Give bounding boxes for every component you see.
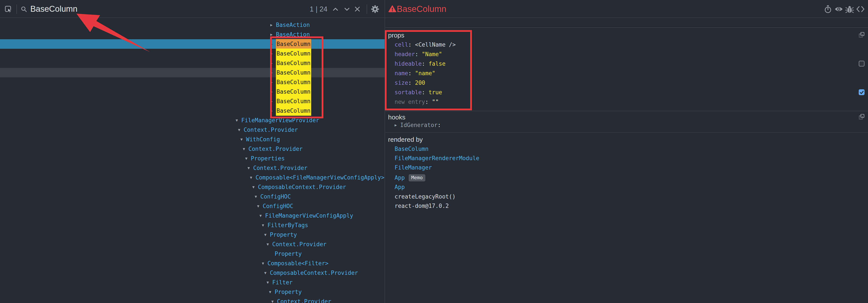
tree-row[interactable]: ▾FileManagerViewConfigApply <box>0 211 384 220</box>
owner-link[interactable]: BaseColumn <box>395 146 429 152</box>
tree-row[interactable]: ▾Filter <box>0 278 384 287</box>
chevron-expanded-icon[interactable]: ▾ <box>269 289 275 295</box>
component-name[interactable]: BaseAction <box>276 31 310 38</box>
component-name[interactable]: FileManagerViewConfigApply <box>265 212 353 219</box>
chevron-expanded-icon[interactable]: ▾ <box>238 127 244 132</box>
chevron-expanded-icon[interactable]: ▾ <box>259 213 265 218</box>
chevron-collapsed-icon[interactable]: ▸ <box>270 22 276 28</box>
tree-row[interactable]: ▾Composable<FileManagerViewConfigApply> <box>0 173 384 182</box>
component-name[interactable]: Property <box>275 250 302 257</box>
tree-row[interactable]: ▸BaseColumn <box>0 96 384 106</box>
tree-row[interactable]: ▾Properties <box>0 154 384 163</box>
component-name[interactable]: ComposableContext.Provider <box>270 270 358 276</box>
tree-row[interactable]: ▾Property <box>0 230 384 240</box>
prop-value[interactable]: 200 <box>415 80 425 86</box>
component-name[interactable]: BaseColumn <box>276 77 311 87</box>
chevron-expanded-icon[interactable]: ▾ <box>264 270 270 275</box>
copy-hooks-icon[interactable] <box>859 114 865 120</box>
component-name[interactable]: BaseColumn <box>276 68 311 78</box>
component-name[interactable]: FilterByTags <box>268 222 308 229</box>
component-name[interactable]: BaseColumn <box>276 87 311 97</box>
owner-link[interactable]: App <box>395 184 405 190</box>
prop-value[interactable]: true <box>429 89 442 96</box>
tree-row[interactable]: ▸BaseColumn <box>0 49 384 58</box>
chevron-expanded-icon[interactable]: ▾ <box>262 261 268 266</box>
copy-props-icon[interactable] <box>859 32 865 38</box>
owner-link[interactable]: FileManager <box>395 164 432 171</box>
tree-row[interactable]: ▾ComposableContext.Provider <box>0 268 384 278</box>
component-name[interactable]: FileManagerViewProvider <box>241 117 319 124</box>
tree-row[interactable]: ▸BaseColumn <box>0 39 384 49</box>
tree-row[interactable]: ▾Context.Provider <box>0 297 384 303</box>
tree-row[interactable]: ▾Composable<Filter> <box>0 259 384 268</box>
chevron-collapsed-icon[interactable]: ▸ <box>270 32 276 37</box>
prop-value[interactable]: "" <box>432 99 439 105</box>
tree-row[interactable]: ▸BaseAction <box>0 20 384 30</box>
chevron-collapsed-icon[interactable]: ▸ <box>270 51 276 56</box>
component-name[interactable]: ConfigHOC <box>260 193 291 200</box>
inspect-element-icon[interactable] <box>5 6 12 13</box>
owner-link[interactable]: App <box>395 175 405 181</box>
tree-row[interactable]: ▾ComposableContext.Provider <box>0 182 384 192</box>
chevron-expanded-icon[interactable]: ▾ <box>267 242 272 247</box>
component-name[interactable]: Property <box>275 289 302 295</box>
tree-row[interactable]: ▾FilterByTags <box>0 220 384 230</box>
component-name[interactable]: ConfigHOC <box>263 203 293 209</box>
component-name[interactable]: Properties <box>251 155 285 162</box>
tree-row[interactable]: ▸BaseColumn <box>0 78 384 87</box>
tree-row[interactable]: ▾ConfigHOC <box>0 201 384 211</box>
clear-search-icon[interactable] <box>354 6 360 12</box>
component-name[interactable]: Composable<Filter> <box>268 260 329 267</box>
tree-row[interactable]: ▾Context.Provider <box>0 240 384 249</box>
chevron-expanded-icon[interactable]: ▾ <box>243 146 248 152</box>
component-name[interactable]: Context.Provider <box>277 298 331 303</box>
chevron-expanded-icon[interactable]: ▾ <box>252 184 258 190</box>
tree-row[interactable]: ▸BaseColumn <box>0 106 384 116</box>
chevron-expanded-icon[interactable]: ▾ <box>240 137 246 142</box>
chevron-expanded-icon[interactable]: ▾ <box>236 118 241 123</box>
tree-row[interactable]: ▸BaseAction <box>0 30 384 39</box>
component-name[interactable]: BaseColumn <box>276 96 311 106</box>
tree-row[interactable]: ▾WithConfig <box>0 134 384 144</box>
component-name[interactable]: Context.Provider <box>272 241 327 247</box>
component-name[interactable]: Context.Provider <box>253 165 307 171</box>
chevron-expanded-icon[interactable]: ▾ <box>271 299 277 303</box>
tree-row[interactable]: ▾FileManagerViewProvider <box>0 116 384 125</box>
component-name[interactable]: Context.Provider <box>248 146 303 152</box>
chevron-collapsed-icon[interactable]: ▸ <box>270 70 276 75</box>
chevron-collapsed-icon[interactable]: ▸ <box>270 41 276 47</box>
tree-row[interactable]: ▸BaseColumn <box>0 68 384 78</box>
chevron-expanded-icon[interactable]: ▾ <box>248 165 253 171</box>
tree-row[interactable]: ▾Context.Provider <box>0 125 384 134</box>
prop-value[interactable]: false <box>429 60 445 67</box>
hook-row[interactable]: ▸IdGenerator: <box>395 120 441 130</box>
tree-row[interactable]: Property <box>0 249 384 259</box>
settings-gear-icon[interactable] <box>371 5 379 13</box>
chevron-expanded-icon[interactable]: ▾ <box>245 156 251 161</box>
component-name[interactable]: ComposableContext.Provider <box>258 184 346 190</box>
chevron-expanded-icon[interactable]: ▾ <box>255 194 260 199</box>
prop-value[interactable]: "Name" <box>422 51 442 57</box>
next-result-icon[interactable] <box>344 6 350 12</box>
chevron-expanded-icon[interactable]: ▾ <box>264 232 270 237</box>
component-name[interactable]: BaseAction <box>276 22 310 28</box>
chevron-collapsed-icon[interactable]: ▸ <box>270 99 276 104</box>
tree-row[interactable]: ▾Context.Provider <box>0 163 384 173</box>
chevron-expanded-icon[interactable]: ▾ <box>267 280 272 285</box>
prop-value[interactable]: "name" <box>415 70 435 77</box>
panel-divider[interactable] <box>384 0 385 303</box>
owner-link[interactable]: FileManagerRendererModule <box>395 155 479 161</box>
chevron-expanded-icon[interactable]: ▾ <box>262 222 268 228</box>
previous-result-icon[interactable] <box>332 6 339 12</box>
chevron-collapsed-icon[interactable]: ▸ <box>270 60 276 66</box>
component-name[interactable]: WithConfig <box>246 136 280 143</box>
component-name[interactable]: Context.Provider <box>244 127 298 133</box>
component-name[interactable]: BaseColumn <box>276 106 311 116</box>
chevron-collapsed-icon[interactable]: ▸ <box>395 122 400 128</box>
tree-row[interactable]: ▾ConfigHOC <box>0 192 384 201</box>
component-name[interactable]: BaseColumn <box>276 58 311 68</box>
component-name[interactable]: Composable<FileManagerViewConfigApply> <box>255 174 384 181</box>
tree-row[interactable]: ▾Property <box>0 287 384 297</box>
component-name[interactable]: Filter <box>272 279 292 286</box>
component-name[interactable]: Property <box>270 232 297 238</box>
